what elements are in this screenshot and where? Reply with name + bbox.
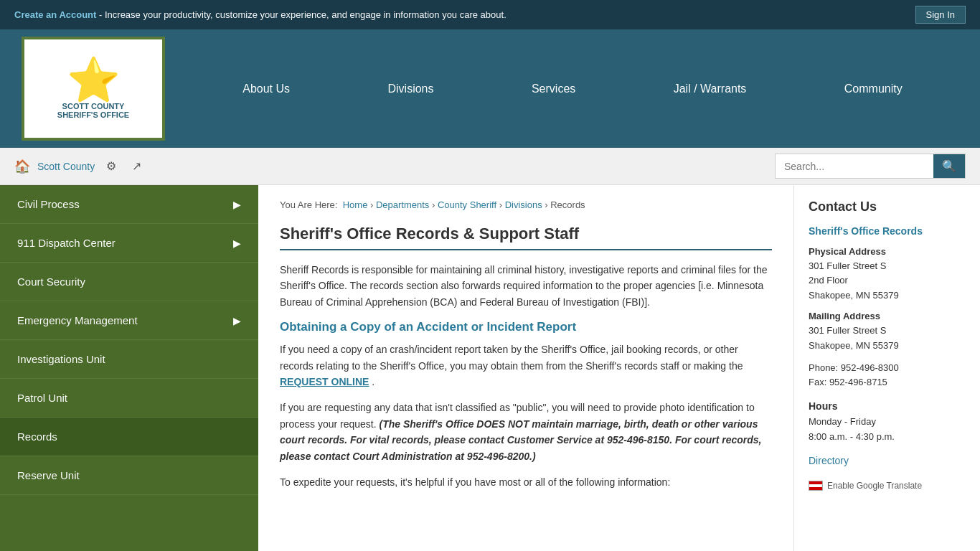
sidebar-label-patrol-unit: Patrol Unit <box>17 392 67 404</box>
top-banner: Create an Account - Increase your produc… <box>0 0 980 29</box>
hours-time: 8:00 a.m. - 4:30 p.m. <box>809 430 966 445</box>
section-title: Obtaining a Copy of an Accident or Incid… <box>280 320 772 334</box>
sidebar-label-investigations-unit: Investigations Unit <box>17 353 105 365</box>
breadcrumb-home[interactable]: Home <box>343 199 368 210</box>
right-panel: Contact Us Sheriff's Office Records Phys… <box>793 185 980 551</box>
contact-subtitle[interactable]: Sheriff's Office Records <box>809 225 966 239</box>
logo-inner: ⭐ SCOTT COUNTY SHERIFF'S OFFICE <box>57 59 129 119</box>
sidebar-item-911-dispatch[interactable]: 911 Dispatch Center ▶ <box>0 224 258 263</box>
mailing-line2: Shakopee, MN 55379 <box>809 339 966 354</box>
nav-jail-warrants[interactable]: Jail / Warrants <box>663 75 758 103</box>
breadcrumb-departments[interactable]: Departments <box>376 199 429 210</box>
sidebar-item-patrol-unit[interactable]: Patrol Unit <box>0 379 258 418</box>
chevron-right-icon: ▶ <box>233 315 241 326</box>
nav-divisions[interactable]: Divisions <box>377 75 444 103</box>
sidebar-label-911-dispatch: 911 Dispatch Center <box>17 237 116 249</box>
paragraph-3: To expedite your requests, it's helpful … <box>280 474 772 490</box>
sidebar-item-investigations-unit[interactable]: Investigations Unit <box>0 340 258 379</box>
translate-label: Enable Google Translate <box>827 481 922 491</box>
breadcrumb: You Are Here: Home › Departments › Count… <box>280 199 772 210</box>
search-button[interactable]: 🔍 <box>933 154 965 178</box>
sidebar-item-reserve-unit[interactable]: Reserve Unit <box>0 456 258 495</box>
page-title: Sheriff's Office Records & Support Staff <box>280 225 772 250</box>
main-navigation: About Us Divisions Services Jail / Warra… <box>179 75 966 103</box>
breadcrumb-divisions[interactable]: Divisions <box>505 199 542 210</box>
paragraph-1: If you need a copy of an crash/incident … <box>280 342 772 390</box>
hours-days: Monday - Friday <box>809 415 966 430</box>
banner-text: - Increase your productivity, customize … <box>99 9 507 20</box>
logo: ⭐ SCOTT COUNTY SHERIFF'S OFFICE <box>22 37 165 141</box>
physical-line3: Shakopee, MN 55379 <box>809 288 966 303</box>
physical-line2: 2nd Floor <box>809 273 966 288</box>
paragraph-1-end: . <box>372 376 374 387</box>
sidebar-item-court-security[interactable]: Court Security <box>0 263 258 301</box>
create-account-link[interactable]: Create an Account <box>14 9 96 20</box>
google-translate-icon <box>809 481 823 491</box>
directory-link[interactable]: Directory <box>809 455 849 466</box>
page-body: Civil Process ▶ 911 Dispatch Center ▶ Co… <box>0 185 980 551</box>
sidebar: Civil Process ▶ 911 Dispatch Center ▶ Co… <box>0 185 258 551</box>
translate-bar[interactable]: Enable Google Translate <box>809 481 966 491</box>
share-icon[interactable]: ↗ <box>128 156 146 176</box>
sidebar-label-reserve-unit: Reserve Unit <box>17 469 80 481</box>
sidebar-label-civil-process: Civil Process <box>17 198 80 210</box>
site-header: ⭐ SCOTT COUNTY SHERIFF'S OFFICE About Us… <box>0 29 980 148</box>
sheriff-star-icon: ⭐ <box>57 59 129 102</box>
mailing-address: 301 Fuller Street S Shakopee, MN 55379 <box>809 324 966 354</box>
mailing-address-label: Mailing Address <box>809 311 966 321</box>
org-name-line2: SHERIFF'S OFFICE <box>57 110 129 119</box>
physical-address-label: Physical Address <box>809 246 966 257</box>
sidebar-label-emergency-management: Emergency Management <box>17 314 138 326</box>
phone-number: Phone: 952-496-8300 <box>809 361 966 376</box>
search-bar: 🔍 <box>775 154 966 179</box>
chevron-right-icon: ▶ <box>233 237 241 249</box>
sub-header: 🏠 Scott County ⚙ ↗ 🔍 <box>0 148 980 185</box>
sign-in-button[interactable]: Sign In <box>915 6 966 24</box>
sidebar-item-emergency-management[interactable]: Emergency Management ▶ <box>0 301 258 340</box>
sidebar-item-civil-process[interactable]: Civil Process ▶ <box>0 185 258 224</box>
hours-title: Hours <box>809 400 966 412</box>
contact-us-title: Contact Us <box>809 199 966 215</box>
sidebar-item-records[interactable]: Records <box>0 418 258 456</box>
sidebar-label-records: Records <box>17 430 57 443</box>
intro-paragraph: Sheriff Records is responsible for maint… <box>280 262 772 310</box>
home-icon[interactable]: 🏠 <box>14 159 30 174</box>
org-name-line1: SCOTT COUNTY <box>57 102 129 110</box>
physical-address: 301 Fuller Street S 2nd Floor Shakopee, … <box>809 259 966 303</box>
settings-icon[interactable]: ⚙ <box>102 156 121 176</box>
paragraph-2: If you are requesting any data that isn'… <box>280 400 772 464</box>
nav-about-us[interactable]: About Us <box>232 75 301 103</box>
site-breadcrumb-link[interactable]: Scott County <box>37 161 95 172</box>
main-content: You Are Here: Home › Departments › Count… <box>258 185 793 551</box>
search-input[interactable] <box>776 156 933 176</box>
chevron-right-icon: ▶ <box>233 199 241 210</box>
sidebar-label-court-security: Court Security <box>17 276 85 288</box>
nav-services[interactable]: Services <box>521 75 586 103</box>
paragraph-1-text: If you need a copy of an crash/incident … <box>280 344 743 371</box>
physical-line1: 301 Fuller Street S <box>809 259 966 274</box>
nav-community[interactable]: Community <box>834 75 913 103</box>
mailing-line1: 301 Fuller Street S <box>809 324 966 339</box>
fax-number: Fax: 952-496-8715 <box>809 375 966 390</box>
banner-message: Create an Account - Increase your produc… <box>14 9 507 20</box>
breadcrumb-county-sheriff[interactable]: County Sheriff <box>438 199 496 210</box>
request-online-link[interactable]: REQUEST ONLINE <box>280 376 369 387</box>
breadcrumb-current: Records <box>550 199 585 210</box>
